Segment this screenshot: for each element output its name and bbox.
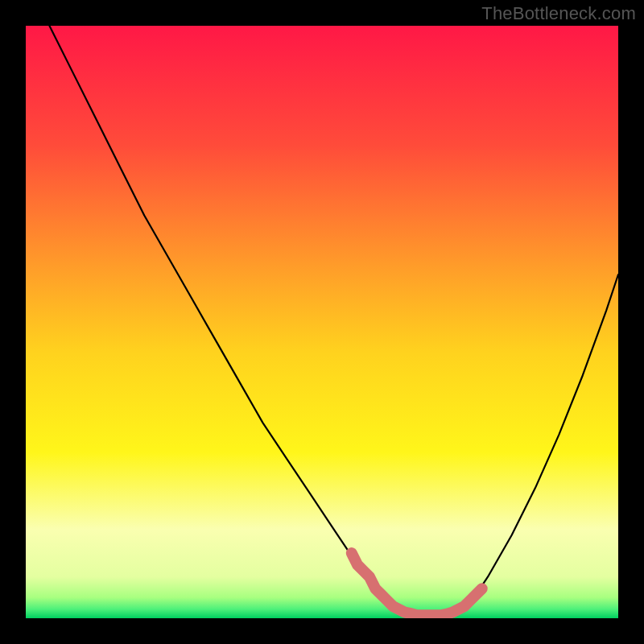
chart-stage: TheBottleneck.com [0,0,644,644]
bottleneck-chart [0,0,644,644]
gradient-background [26,26,618,618]
watermark-text: TheBottleneck.com [481,3,636,24]
